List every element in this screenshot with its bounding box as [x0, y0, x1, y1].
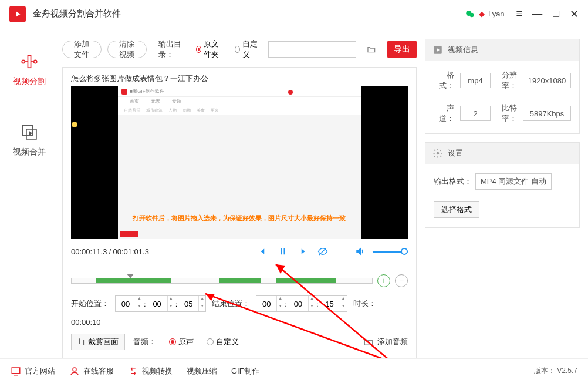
merge-icon — [19, 122, 39, 142]
add-audio-button[interactable]: 添加音频 — [363, 337, 408, 347]
radio-original-audio[interactable]: 原声 — [169, 337, 194, 347]
resolution-label: 分辨率： — [496, 70, 517, 91]
app-logo — [9, 6, 26, 22]
sidebar-label-split: 视频分割 — [13, 76, 46, 87]
radio-original-folder[interactable]: 原文件夹 — [196, 39, 224, 60]
clear-video-button[interactable]: 清除视频 — [107, 41, 147, 58]
crop-button[interactable]: 裁剪画面 — [71, 334, 125, 350]
channels-label: 声道： — [434, 103, 454, 124]
format-value: mp4 — [460, 73, 491, 88]
gif-maker-link[interactable]: GIF制作 — [231, 366, 259, 377]
app-title: 金舟视频分割合并软件 — [33, 8, 465, 19]
volume-slider[interactable] — [373, 251, 408, 253]
split-icon — [19, 52, 39, 72]
time-display: 00:00:11.3 / 00:01:01.3 — [71, 247, 252, 256]
video-compress-link[interactable]: 视频压缩 — [187, 366, 217, 377]
svg-rect-4 — [28, 56, 31, 68]
wechat-icon — [465, 9, 475, 19]
output-path-input[interactable] — [268, 41, 356, 58]
video-preview[interactable]: ■图GIF制作软件 首页元素专题 自然风景城市建筑人物动物美食更多 打开软件后，… — [71, 86, 408, 239]
playhead[interactable] — [127, 274, 134, 278]
output-dir-label: 输出目录： — [158, 39, 185, 60]
sidebar-item-merge[interactable]: 视频合并 — [13, 122, 46, 157]
add-file-button[interactable]: 添加文件 — [62, 41, 102, 58]
output-format-value: MP4 同源文件 自动 — [475, 173, 552, 190]
sidebar-item-split[interactable]: 视频分割 — [13, 52, 46, 87]
menu-icon[interactable]: ≡ — [516, 8, 522, 20]
resolution-value: 1920x1080 — [523, 73, 571, 88]
customer-service-link[interactable]: 在线客服 — [69, 366, 114, 377]
video-info-header: 视频信息 — [425, 39, 579, 61]
gem-icon: ◆ — [479, 9, 485, 18]
start-label: 开始位置： — [71, 298, 109, 309]
svg-rect-10 — [284, 248, 285, 255]
marker-dot — [72, 122, 77, 127]
radio-custom-folder[interactable]: 自定义 — [235, 39, 258, 60]
hide-preview-button[interactable] — [314, 243, 332, 260]
end-label: 结束位置： — [212, 298, 250, 309]
add-segment-button[interactable]: + — [377, 274, 390, 287]
video-convert-link[interactable]: 视频转换 — [128, 366, 173, 377]
svg-point-3 — [34, 60, 37, 63]
svg-rect-18 — [12, 368, 20, 374]
output-format-label: 输出格式： — [434, 176, 472, 187]
duration-value: 00:00:10 — [71, 318, 101, 327]
svg-rect-8 — [26, 129, 36, 139]
radio-custom-audio[interactable]: 自定义 — [207, 337, 239, 347]
svg-point-13 — [437, 152, 440, 155]
start-time-input[interactable]: ▲▼: ▲▼: ▲▼ — [115, 295, 206, 312]
settings-header: 设置 — [425, 143, 579, 164]
timeline-track[interactable] — [71, 278, 373, 284]
video-title: 怎么将多张图片做成表情包？一江下办公 — [71, 73, 408, 84]
username[interactable]: Lyan — [488, 9, 505, 18]
next-frame-button[interactable] — [294, 243, 312, 260]
end-time-input[interactable]: ▲▼: ▲▼: ▲▼ — [256, 295, 347, 312]
maximize-button[interactable]: □ — [553, 8, 559, 20]
duration-label: 时长： — [353, 298, 376, 309]
select-format-button[interactable]: 选择格式 — [434, 201, 479, 218]
sidebar-label-merge: 视频合并 — [13, 147, 46, 157]
version-label: 版本： V2.5.7 — [534, 366, 577, 376]
volume-icon[interactable] — [352, 243, 369, 260]
svg-rect-9 — [281, 248, 282, 255]
bitrate-value: 5897Kbps — [523, 106, 571, 121]
close-button[interactable]: ✕ — [570, 8, 579, 21]
export-button[interactable]: 导出 — [387, 41, 417, 58]
bitrate-label: 比特率： — [496, 103, 517, 124]
pause-button[interactable] — [274, 243, 292, 260]
format-label: 格式： — [434, 70, 454, 91]
audio-label: 音频： — [133, 337, 156, 347]
video-caption: 打开软件后，将图片拖入选来，为保证好效果，图片尺寸大小最好保持一致 — [118, 214, 360, 223]
svg-point-2 — [22, 60, 25, 63]
svg-point-20 — [73, 368, 76, 371]
svg-point-1 — [469, 12, 474, 17]
browse-folder-icon[interactable] — [367, 43, 376, 56]
prev-frame-button[interactable] — [254, 243, 272, 260]
official-site-link[interactable]: 官方网站 — [11, 366, 55, 377]
remove-segment-button[interactable]: − — [395, 274, 408, 287]
minimize-button[interactable]: — — [532, 8, 542, 20]
channels-value: 2 — [460, 106, 491, 121]
